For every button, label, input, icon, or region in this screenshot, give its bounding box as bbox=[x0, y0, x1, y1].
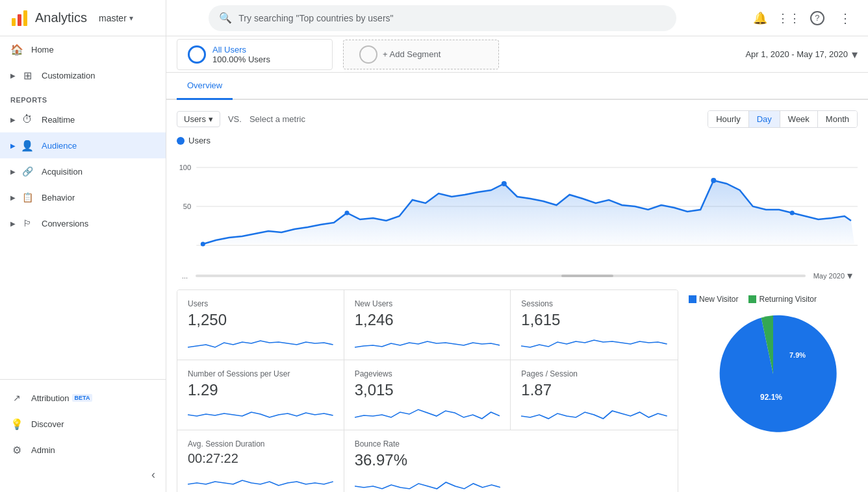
help-icon-button[interactable]: ? bbox=[806, 6, 829, 30]
sidebar-item-admin[interactable]: ⚙ Admin bbox=[0, 437, 166, 463]
date-range-dropdown-icon: ▾ bbox=[852, 47, 858, 62]
sidebar-item-attribution[interactable]: ↗ Attribution BETA bbox=[0, 385, 166, 411]
conversions-expand-icon: ▶ bbox=[10, 220, 16, 227]
add-segment-circle-icon bbox=[359, 45, 377, 64]
sidebar-item-discover[interactable]: 💡 Discover bbox=[0, 411, 166, 437]
search-bar[interactable]: 🔍 Try searching "Top countries by users" bbox=[209, 5, 676, 31]
overview-tabs: Overview bbox=[166, 73, 868, 100]
metric-value-users: 1,250 bbox=[188, 311, 333, 329]
attribution-beta-badge: BETA bbox=[72, 394, 93, 402]
time-btn-week[interactable]: Week bbox=[780, 111, 818, 127]
metric-card-bounce-rate: Bounce Rate 36.97% bbox=[344, 430, 511, 492]
admin-icon: ⚙ bbox=[10, 443, 23, 456]
pie-legend: New Visitor Returning Visitor bbox=[689, 295, 817, 304]
metric-value-sessions: 1,615 bbox=[521, 311, 667, 329]
metric-label-new-users: New Users bbox=[355, 299, 500, 308]
topbar-icons: 🔔 ⋮⋮ ? ⋮ bbox=[748, 6, 858, 30]
svg-rect-2 bbox=[23, 10, 27, 26]
metric-card-sessions-per-user: Number of Sessions per User 1.29 bbox=[177, 360, 344, 430]
attribution-icon: ↗ bbox=[10, 391, 23, 404]
returning-visitor-legend: Returning Visitor bbox=[748, 295, 817, 304]
sidebar-item-conversions[interactable]: ▶ 🏳 Conversions bbox=[0, 210, 166, 236]
sidebar-item-acquisition[interactable]: ▶ 🔗 Acquisition bbox=[0, 158, 166, 184]
chart-controls: Users ▾ VS. Select a metric Hourly Day W… bbox=[177, 110, 858, 128]
segment-percentage: 100.00% Users bbox=[212, 55, 270, 64]
svg-point-9 bbox=[711, 178, 716, 183]
metric-label-pageviews: Pageviews bbox=[355, 369, 500, 378]
search-placeholder: Try searching "Top countries by users" bbox=[238, 13, 393, 23]
sidebar-item-customization[interactable]: ▶ ⊞ Customization bbox=[0, 62, 166, 88]
more-menu-icon: ⋮ bbox=[839, 10, 852, 26]
chart-section: Users ▾ VS. Select a metric Hourly Day W… bbox=[166, 100, 868, 289]
all-users-segment[interactable]: All Users 100.00% Users bbox=[177, 39, 333, 70]
sidebar-bottom: ↗ Attribution BETA 💡 Discover ⚙ Admin ‹ bbox=[0, 379, 166, 492]
pie-chart: 7.9% 92.1% bbox=[708, 309, 838, 439]
acquisition-icon: 🔗 bbox=[21, 165, 34, 178]
new-visitor-legend-dot bbox=[689, 295, 696, 303]
date-range-selector[interactable]: Apr 1, 2020 - May 17, 2020 ▾ bbox=[745, 47, 858, 62]
metric-value-sessions-per-user: 1.29 bbox=[188, 381, 333, 399]
sidebar-item-behavior[interactable]: ▶ 📋 Behavior bbox=[0, 184, 166, 210]
metric-card-pages-per-session: Pages / Session 1.87 bbox=[511, 360, 678, 430]
sidebar: Analytics master ▾ 🏠 Home ▶ ⊞ Customizat… bbox=[0, 0, 166, 492]
sparkline-sessions-per-user bbox=[188, 403, 333, 423]
realtime-expand-icon: ▶ bbox=[10, 116, 16, 123]
sidebar-collapse-button[interactable]: ‹ bbox=[0, 463, 166, 487]
grid-icon-button[interactable]: ⋮⋮ bbox=[777, 6, 800, 30]
sidebar-item-home[interactable]: 🏠 Home bbox=[0, 36, 166, 62]
sparkline-bounce-rate bbox=[355, 473, 501, 492]
vs-label: VS. bbox=[228, 114, 242, 124]
metric-card-sessions: Sessions 1,615 bbox=[511, 290, 678, 360]
chart-x-label: May 2020 bbox=[813, 272, 845, 280]
workspace-selector[interactable]: master ▾ bbox=[95, 10, 137, 26]
metric-label-pages-per-session: Pages / Session bbox=[521, 369, 667, 378]
users-legend-label: Users bbox=[188, 136, 211, 145]
sidebar-item-audience-label: Audience bbox=[42, 141, 77, 151]
sparkline-pages-per-session bbox=[521, 403, 667, 423]
topbar: 🔍 Try searching "Top countries by users"… bbox=[166, 0, 868, 36]
sidebar-item-realtime[interactable]: ▶ ⏱ Realtime bbox=[0, 106, 166, 132]
audience-icon: 👤 bbox=[21, 139, 34, 152]
time-btn-day[interactable]: Day bbox=[749, 111, 780, 127]
sidebar-item-behavior-label: Behavior bbox=[42, 193, 75, 203]
collapse-icon: ‹ bbox=[151, 468, 155, 482]
new-visitor-legend-label: New Visitor bbox=[699, 295, 738, 304]
sparkline-sessions bbox=[521, 333, 667, 352]
metrics-and-pie-section: Users 1,250 New Users 1,246 Sessions 1,6… bbox=[166, 289, 868, 492]
sparkline-avg-session-duration bbox=[188, 470, 333, 489]
discover-icon: 💡 bbox=[10, 417, 23, 430]
customization-icon: ⊞ bbox=[21, 69, 34, 82]
metric-value-pages-per-session: 1.87 bbox=[521, 381, 667, 399]
realtime-icon: ⏱ bbox=[21, 113, 34, 126]
sidebar-item-home-label: Home bbox=[31, 45, 54, 55]
returning-visitor-legend-label: Returning Visitor bbox=[759, 295, 817, 304]
time-btn-hourly[interactable]: Hourly bbox=[708, 111, 749, 127]
add-segment-button[interactable]: + Add Segment bbox=[343, 40, 499, 69]
pie-chart-section: New Visitor Returning Visitor 7.9% 92. bbox=[689, 289, 858, 492]
tab-overview[interactable]: Overview bbox=[177, 73, 233, 100]
chart-scroll-down-icon[interactable]: ▾ bbox=[847, 269, 852, 282]
metric-selector-chevron-icon: ▾ bbox=[209, 114, 213, 124]
time-btn-month[interactable]: Month bbox=[818, 111, 857, 127]
content-area: All Users 100.00% Users + Add Segment Ap… bbox=[166, 36, 868, 492]
metric-selector-label: Users bbox=[184, 114, 206, 124]
svg-point-8 bbox=[502, 181, 507, 186]
behavior-expand-icon: ▶ bbox=[10, 194, 16, 201]
metric-selector-dropdown[interactable]: Users ▾ bbox=[177, 111, 220, 127]
metric-value-pageviews: 3,015 bbox=[355, 381, 500, 399]
metric-label-sessions-per-user: Number of Sessions per User bbox=[188, 369, 333, 378]
metrics-grid: Users 1,250 New Users 1,246 Sessions 1,6… bbox=[177, 289, 678, 492]
app-title: Analytics bbox=[35, 10, 87, 25]
sidebar-item-audience[interactable]: ▶ 👤 Audience bbox=[0, 132, 166, 158]
chart-scroll-indicator: ... May 2020 ▾ bbox=[177, 267, 858, 284]
bell-icon-button[interactable]: 🔔 bbox=[748, 6, 772, 30]
behavior-icon: 📋 bbox=[21, 191, 34, 204]
sparkline-pageviews bbox=[355, 403, 500, 423]
help-icon: ? bbox=[810, 11, 824, 25]
svg-text:92.1%: 92.1% bbox=[760, 393, 782, 402]
svg-point-11 bbox=[790, 211, 795, 215]
svg-point-12 bbox=[201, 242, 205, 247]
svg-rect-1 bbox=[18, 14, 21, 26]
sidebar-header: Analytics master ▾ bbox=[0, 0, 166, 36]
more-menu-icon-button[interactable]: ⋮ bbox=[834, 6, 858, 30]
